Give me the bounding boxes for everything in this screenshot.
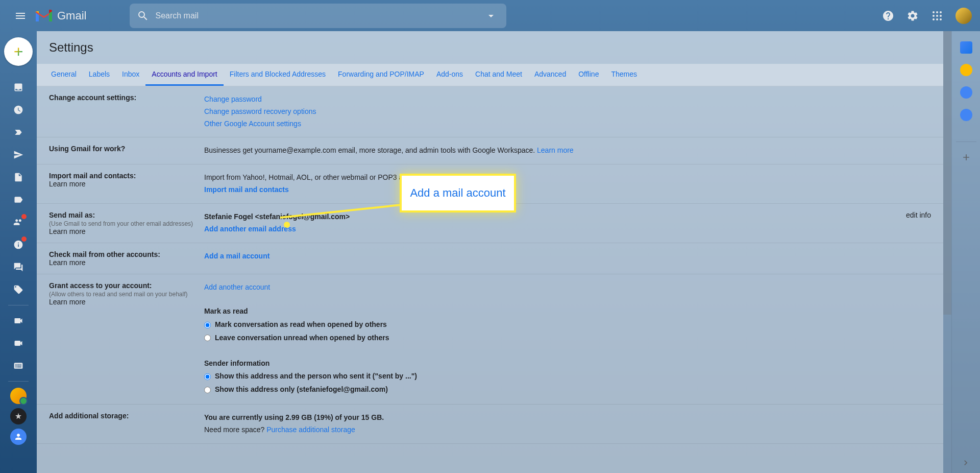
- radio-leave-unread-input[interactable]: [204, 335, 211, 341]
- link-purchase-storage[interactable]: Purchase additional storage: [266, 425, 355, 434]
- callout-dot: [284, 222, 290, 228]
- sidebar-snoozed[interactable]: [8, 100, 29, 120]
- sidebar-inbox[interactable]: [8, 77, 29, 98]
- search-input[interactable]: [155, 11, 485, 20]
- link-add-another-account[interactable]: Add another account: [204, 281, 931, 294]
- settings-button[interactable]: [902, 6, 923, 26]
- label-mark-read: Mark as read: [204, 307, 248, 315]
- sidebar-promotions[interactable]: [8, 279, 29, 300]
- sidebar: +: [0, 31, 37, 473]
- radio-show-only[interactable]: Show this address only (stefaniefogel@gm…: [204, 384, 931, 396]
- hangouts-avatar-1[interactable]: [10, 388, 27, 404]
- settings-tabs: General Labels Inbox Accounts and Import…: [37, 64, 943, 86]
- tab-inbox[interactable]: Inbox: [116, 64, 145, 86]
- tab-accounts-import[interactable]: Accounts and Import: [145, 64, 223, 86]
- svg-point-7: [936, 18, 938, 20]
- sidebar-sent[interactable]: [8, 145, 29, 165]
- tab-themes[interactable]: Themes: [605, 64, 643, 86]
- link-import-action[interactable]: Import mail and contacts: [204, 185, 289, 194]
- link-add-email[interactable]: Add another email address: [204, 225, 296, 233]
- plus-icon: [961, 152, 971, 162]
- header: Gmail: [0, 0, 980, 31]
- apps-button[interactable]: [927, 6, 947, 26]
- add-app-button[interactable]: [956, 141, 976, 162]
- sidebar-updates[interactable]: [8, 234, 29, 255]
- tab-filters[interactable]: Filters and Blocked Addresses: [224, 64, 332, 86]
- text-workspace: Businesses get yourname@example.com emai…: [204, 146, 535, 154]
- search-bar[interactable]: [130, 4, 506, 28]
- gmail-logo-text: Gmail: [57, 9, 86, 22]
- tab-general[interactable]: General: [45, 64, 83, 86]
- label-change-account: Change account settings:: [49, 93, 136, 102]
- link-add-mail-account[interactable]: Add a mail account: [204, 252, 270, 260]
- tag-icon: [13, 285, 23, 295]
- sidebar-meet[interactable]: [8, 311, 29, 331]
- label-send-as: Send mail as:: [49, 211, 95, 219]
- help-icon: [882, 10, 894, 22]
- support-button[interactable]: [878, 6, 898, 26]
- search-options-icon[interactable]: [485, 10, 497, 22]
- link-change-recovery[interactable]: Change password recovery options: [204, 106, 931, 118]
- hangouts-avatar-2[interactable]: [10, 408, 27, 424]
- collapse-panel-button[interactable]: [961, 458, 971, 468]
- sidebar-important[interactable]: [8, 122, 29, 143]
- svg-point-5: [940, 15, 942, 17]
- tab-addons[interactable]: Add-ons: [430, 64, 469, 86]
- sidebar-categories[interactable]: [8, 190, 29, 210]
- contacts-app-icon[interactable]: [960, 109, 972, 121]
- radio-leave-unread[interactable]: Leave conversation unread when opened by…: [204, 332, 931, 344]
- sidebar-forums[interactable]: [8, 257, 29, 277]
- scrollbar-thumb[interactable]: [943, 31, 951, 315]
- link-learn-more-grant[interactable]: Learn more: [49, 298, 86, 306]
- badge-dot: [21, 214, 27, 219]
- sidebar-drafts[interactable]: [8, 167, 29, 187]
- sidebar-social[interactable]: [8, 212, 29, 232]
- sub-grant-access: (Allow others to read and send mail on y…: [49, 291, 204, 298]
- row-using-work: Using Gmail for work? Businesses get you…: [37, 137, 943, 164]
- link-learn-more-sendas[interactable]: Learn more: [49, 227, 86, 235]
- menu-icon: [14, 10, 27, 22]
- compose-button[interactable]: +: [4, 37, 33, 66]
- link-learn-more-checkmail[interactable]: Learn more: [49, 258, 86, 267]
- callout-highlight: Add a mail account: [400, 174, 516, 212]
- calendar-app-icon[interactable]: [960, 41, 972, 54]
- content-area: Settings General Labels Inbox Accounts a…: [37, 31, 943, 473]
- radio-show-both[interactable]: Show this address and the person who sen…: [204, 370, 931, 383]
- link-other-google[interactable]: Other Google Account settings: [204, 118, 931, 130]
- keep-app-icon[interactable]: [960, 64, 972, 76]
- tab-advanced[interactable]: Advanced: [528, 64, 572, 86]
- row-check-mail: Check mail from other accounts:Learn mor…: [37, 243, 943, 274]
- tab-offline[interactable]: Offline: [572, 64, 605, 86]
- sidebar-keyboard[interactable]: [8, 356, 29, 376]
- link-learn-more-workspace[interactable]: Learn more: [537, 146, 574, 154]
- sidebar-divider: [8, 381, 29, 382]
- search-icon[interactable]: [137, 10, 149, 22]
- label-using-work: Using Gmail for work?: [49, 145, 125, 153]
- svg-point-1: [936, 11, 938, 13]
- link-learn-more-import[interactable]: Learn more: [49, 180, 86, 188]
- label-sender-info: Sender information: [204, 359, 270, 367]
- hangouts-avatar-3[interactable]: [10, 429, 27, 445]
- svg-point-4: [936, 15, 938, 17]
- tab-labels[interactable]: Labels: [83, 64, 116, 86]
- label-storage: Add additional storage:: [49, 412, 129, 420]
- link-change-password[interactable]: Change password: [204, 93, 931, 106]
- sidebar-meetings[interactable]: [8, 333, 29, 353]
- svg-point-8: [940, 18, 942, 20]
- tasks-app-icon[interactable]: [960, 86, 972, 99]
- radio-show-both-input[interactable]: [204, 373, 211, 380]
- link-edit-info[interactable]: edit info: [906, 211, 931, 219]
- main-menu-button[interactable]: [8, 4, 33, 28]
- svg-point-0: [933, 11, 935, 13]
- tab-chat-meet[interactable]: Chat and Meet: [469, 64, 528, 86]
- radio-mark-read[interactable]: Mark conversation as read when opened by…: [204, 319, 931, 331]
- radio-mark-read-input[interactable]: [204, 322, 211, 328]
- sidebar-divider: [8, 305, 29, 305]
- account-avatar[interactable]: [955, 8, 972, 24]
- radio-show-only-input[interactable]: [204, 387, 211, 393]
- svg-rect-9: [15, 341, 21, 346]
- tab-forwarding[interactable]: Forwarding and POP/IMAP: [332, 64, 430, 86]
- camera-icon: [13, 338, 23, 348]
- gmail-logo[interactable]: Gmail: [35, 9, 86, 23]
- scrollbar[interactable]: [943, 31, 951, 473]
